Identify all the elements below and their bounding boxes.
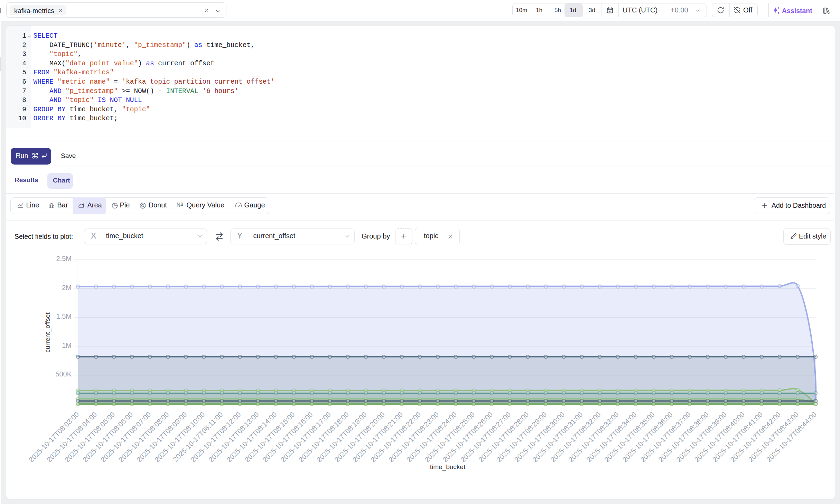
svg-text:500K: 500K — [55, 370, 72, 378]
svg-text:current_offset: current_offset — [44, 312, 52, 353]
svg-text:time_bucket: time_bucket — [430, 463, 466, 471]
svg-text:1M: 1M — [62, 342, 72, 349]
svg-text:2.5M: 2.5M — [56, 255, 72, 262]
svg-text:2M: 2M — [62, 284, 72, 291]
svg-text:1.5M: 1.5M — [56, 312, 72, 320]
